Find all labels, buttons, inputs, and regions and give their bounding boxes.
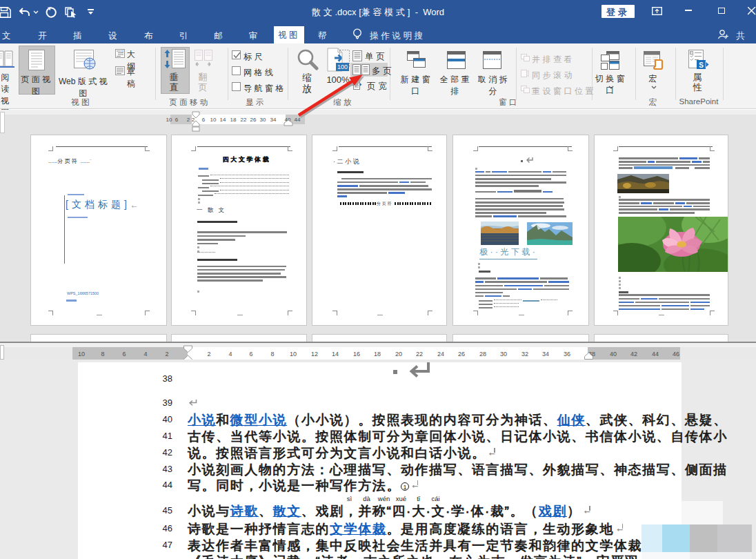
svg-text:S: S [699,61,704,69]
svg-text:100: 100 [337,63,348,70]
